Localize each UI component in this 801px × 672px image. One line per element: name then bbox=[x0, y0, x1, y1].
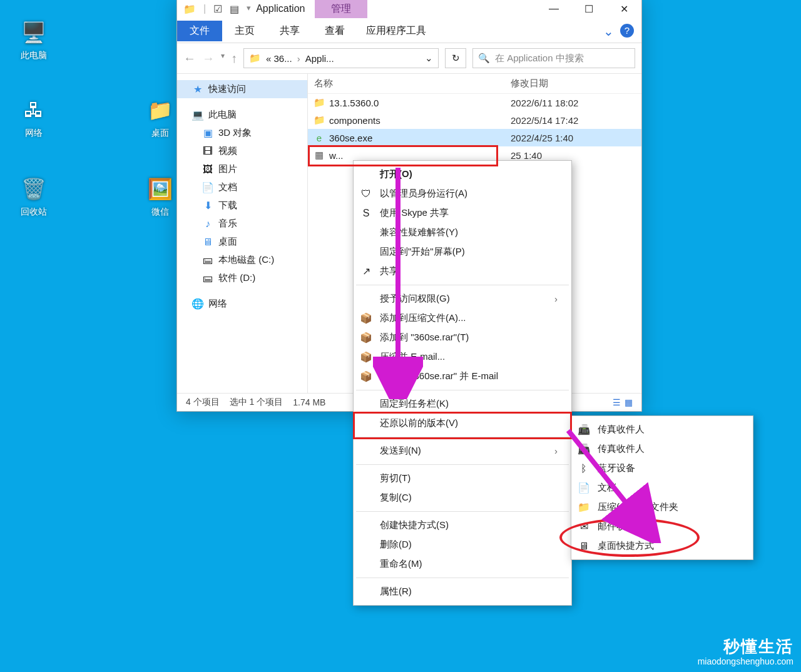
view-large-icon[interactable]: ▦ bbox=[625, 397, 633, 407]
menu-item-label: 传真收件人 bbox=[598, 443, 645, 455]
globe-icon: 🌐 bbox=[192, 298, 203, 310]
menu-item[interactable]: 属性(R) bbox=[355, 582, 570, 601]
quick-access-toolbar: 📁 | ☑ ▤ ▾ bbox=[183, 3, 251, 15]
nav-pictures[interactable]: 🖼图片 bbox=[177, 160, 307, 178]
file-row[interactable]: 📁13.1.5360.02022/6/11 18:02 bbox=[308, 94, 641, 111]
menu-item-icon: 🛡 bbox=[360, 188, 372, 200]
view-details-icon[interactable]: ☰ bbox=[613, 397, 621, 407]
ribbon-tab-file[interactable]: 文件 bbox=[177, 21, 222, 41]
ribbon-tab-share[interactable]: 共享 bbox=[267, 21, 312, 41]
desktop-icon-recyclebin[interactable]: 🗑️ 回收站 bbox=[9, 174, 59, 218]
nav-network[interactable]: 🌐网络 bbox=[177, 295, 307, 313]
folder-icon: 📁 bbox=[145, 95, 175, 125]
nav-this-pc[interactable]: 💻此电脑 bbox=[177, 106, 307, 124]
crumb-root[interactable]: « 36... bbox=[266, 53, 292, 64]
menu-item[interactable]: 📠传真收件人 bbox=[573, 420, 752, 439]
ribbon-collapse[interactable]: ⌄ bbox=[603, 24, 614, 39]
menu-item[interactable]: ↗共享 bbox=[355, 262, 570, 281]
titlebar[interactable]: 📁 | ☑ ▤ ▾ Application 管理 — ☐ ✕ bbox=[177, 0, 641, 19]
help-icon[interactable]: ? bbox=[620, 24, 634, 38]
nav-music[interactable]: ♪音乐 bbox=[177, 215, 307, 233]
chevron-down-icon[interactable]: ⌄ bbox=[425, 53, 433, 64]
menu-item[interactable]: 重命名(M) bbox=[355, 554, 570, 574]
menu-item[interactable]: 打开(O) bbox=[355, 165, 570, 184]
menu-item[interactable]: 兼容性疑难解答(Y) bbox=[355, 223, 570, 242]
menu-item[interactable]: 📠传真收件人 bbox=[573, 439, 752, 459]
menu-separator bbox=[356, 285, 569, 285]
nav-desktop[interactable]: 🖥桌面 bbox=[177, 233, 307, 251]
close-button[interactable]: ✕ bbox=[606, 0, 641, 19]
desktop-icon-thispc[interactable]: 🖥️ 此电脑 bbox=[9, 18, 59, 61]
menu-separator bbox=[356, 464, 569, 465]
menu-item[interactable]: 📄文档 bbox=[573, 478, 752, 497]
menu-item[interactable]: 删除(D) bbox=[355, 535, 570, 554]
navigation-pane: ★快速访问 💻此电脑 ▣3D 对象 🎞视频 🖼图片 📄文档 ⬇下载 ♪音乐 🖥桌… bbox=[177, 74, 307, 393]
nav-documents[interactable]: 📄文档 bbox=[177, 178, 307, 196]
address-bar[interactable]: 📁 « 36... › Appli... ⌄ bbox=[243, 48, 439, 68]
folder-icon: 🖼️ bbox=[145, 174, 175, 204]
pc-icon: 💻 bbox=[192, 109, 203, 121]
menu-item[interactable]: 复制(C) bbox=[355, 488, 570, 507]
nav-quick-access[interactable]: ★快速访问 bbox=[177, 80, 307, 98]
menu-item[interactable]: ᛒ蓝牙设备 bbox=[573, 459, 752, 478]
col-modified[interactable]: 修改日期 bbox=[511, 78, 548, 89]
prop-icon[interactable]: ▤ bbox=[230, 3, 239, 15]
menu-item[interactable]: 发送到(N)› bbox=[355, 441, 570, 461]
menu-item[interactable]: 🛡以管理员身份运行(A) bbox=[355, 184, 570, 203]
desktop-icon-network[interactable]: 🖧 网络 bbox=[9, 95, 59, 139]
menu-item[interactable]: S使用 Skype 共享 bbox=[355, 203, 570, 223]
column-headers[interactable]: 名称 修改日期 bbox=[308, 74, 641, 94]
label: 回收站 bbox=[9, 206, 59, 218]
menu-item[interactable]: 📦添加到压缩文件(A)... bbox=[355, 308, 570, 328]
ribbon-tab-home[interactable]: 主页 bbox=[222, 21, 267, 41]
menu-item-icon: ↗ bbox=[360, 265, 372, 277]
nav-up[interactable]: ↑ bbox=[231, 51, 237, 66]
ribbon-tab-app-tools[interactable]: 应用程序工具 bbox=[357, 21, 435, 41]
search-input[interactable]: 🔍 在 Application 中搜索 bbox=[472, 48, 635, 68]
maximize-button[interactable]: ☐ bbox=[571, 0, 606, 19]
col-name[interactable]: 名称 bbox=[314, 78, 511, 89]
menu-item[interactable]: 📦压缩并 E-mail... bbox=[355, 347, 570, 367]
menu-item[interactable]: 还原以前的版本(V) bbox=[355, 414, 570, 433]
window-title: Application bbox=[256, 3, 305, 14]
menu-item-label: 共享 bbox=[380, 265, 399, 277]
menu-item[interactable]: 固定到任务栏(K) bbox=[355, 394, 570, 414]
address-bar-row: ← → ▾ ↑ 📁 « 36... › Appli... ⌄ ↻ 🔍 在 App… bbox=[177, 43, 641, 74]
menu-item[interactable]: ✉邮件收件人 bbox=[573, 517, 752, 536]
recycle-icon: 🗑️ bbox=[19, 174, 49, 204]
nav-recent[interactable]: ▾ bbox=[221, 51, 225, 66]
ribbon-context-tab[interactable]: 管理 bbox=[315, 0, 367, 18]
menu-item[interactable]: 📦添加到 "360se.rar"(T) bbox=[355, 328, 570, 347]
pc-icon: 🖥️ bbox=[19, 18, 49, 48]
nav-drive-d[interactable]: 🖴软件 (D:) bbox=[177, 269, 307, 287]
menu-item[interactable]: 创建快捷方式(S) bbox=[355, 516, 570, 535]
file-row[interactable]: e360se.exe2022/4/25 1:40 bbox=[308, 129, 641, 146]
refresh-button[interactable]: ↻ bbox=[445, 48, 466, 68]
nav-drive-c[interactable]: 🖴本地磁盘 (C:) bbox=[177, 251, 307, 269]
menu-item[interactable]: 📦压缩到 "360se.rar" 并 E-mail bbox=[355, 367, 570, 386]
cube-icon: ▣ bbox=[202, 128, 213, 139]
menu-item[interactable]: 固定到"开始"屏幕(P) bbox=[355, 242, 570, 262]
label: 网络 bbox=[9, 128, 59, 139]
ribbon-tab-view[interactable]: 查看 bbox=[312, 21, 357, 41]
label: 此电脑 bbox=[9, 50, 59, 61]
nav-downloads[interactable]: ⬇下载 bbox=[177, 196, 307, 215]
menu-item[interactable]: 🖥桌面快捷方式 bbox=[573, 536, 752, 556]
menu-item[interactable]: 剪切(T) bbox=[355, 469, 570, 488]
nav-3d-objects[interactable]: ▣3D 对象 bbox=[177, 124, 307, 142]
chevron-right-icon[interactable]: › bbox=[297, 53, 300, 64]
checkbox-icon[interactable]: ☑ bbox=[213, 3, 222, 15]
nav-forward[interactable]: → bbox=[202, 51, 215, 66]
menu-item-label: 压缩(zipped)文件夹 bbox=[598, 501, 678, 513]
menu-item[interactable]: 授予访问权限(G)› bbox=[355, 289, 570, 308]
minimize-button[interactable]: — bbox=[536, 0, 571, 19]
nav-videos[interactable]: 🎞视频 bbox=[177, 142, 307, 160]
menu-item-label: 复制(C) bbox=[380, 492, 412, 504]
nav-back[interactable]: ← bbox=[183, 51, 196, 66]
chevron-down-icon[interactable]: ▾ bbox=[247, 3, 251, 15]
menu-item-label: 删除(D) bbox=[380, 539, 412, 551]
menu-item-label: 创建快捷方式(S) bbox=[380, 519, 449, 531]
file-row[interactable]: 📁components2022/5/14 17:42 bbox=[308, 111, 641, 129]
crumb-folder[interactable]: Appli... bbox=[305, 53, 334, 64]
menu-item[interactable]: 📁压缩(zipped)文件夹 bbox=[573, 497, 752, 517]
